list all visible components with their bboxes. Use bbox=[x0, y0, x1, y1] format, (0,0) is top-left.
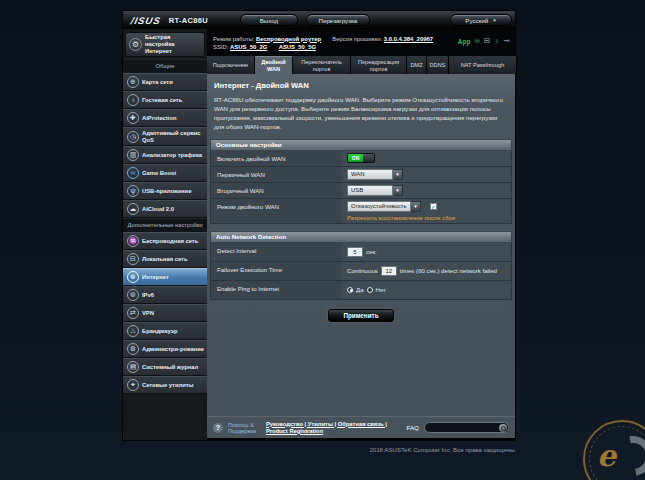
tab-ddns[interactable]: DDNS bbox=[427, 56, 449, 74]
ssid-label: SSID: bbox=[213, 44, 228, 50]
ssid-5g-link[interactable]: ASUS_50_5G bbox=[279, 44, 316, 50]
copyright-text: 2018 ASUSTeK Computer Inc. Все права защ… bbox=[122, 446, 516, 453]
firmware-version-link[interactable]: 3.0.0.4.384_20967 bbox=[384, 36, 433, 42]
primary-wan-row: Первичный WAN WAN ▼ bbox=[210, 167, 512, 183]
search-icon[interactable] bbox=[499, 424, 507, 432]
sidebar-item-wan[interactable]: ⊛ Интернет bbox=[123, 268, 207, 286]
sidebar-item-guest-network[interactable]: ♁ Гостевая сеть bbox=[123, 91, 207, 109]
sidebar-item-administration[interactable]: ⚙ Администри-рование bbox=[123, 340, 207, 358]
page-description: RT-AC86U обеспечивает поддержку двойного… bbox=[214, 95, 508, 132]
chart-icon: ▥ bbox=[127, 149, 139, 161]
main-content: Интернет - Двойной WAN RT-AC86U обеспечи… bbox=[207, 74, 515, 440]
dual-wan-mode-row: Режим двойного WAN Отказоустойчивость ▼ … bbox=[210, 199, 512, 224]
tab-port-forwarding[interactable]: Переадресация портов bbox=[351, 56, 407, 74]
tab-dmz[interactable]: DMZ bbox=[407, 56, 427, 74]
sidebar-item-aiprotection[interactable]: ✚ AiProtection bbox=[123, 109, 207, 127]
basic-settings-header: Основные настройки bbox=[210, 139, 512, 151]
failback-checkbox[interactable]: ✓ bbox=[430, 203, 437, 210]
status-bar: Режим работы: Беспроводной роутер Версия… bbox=[207, 29, 515, 56]
tools-icon: ✦ bbox=[127, 379, 139, 391]
sidebar-item-aicloud[interactable]: ☁ AiCloud 2.0 bbox=[123, 200, 207, 218]
watermark-e-letter: e bbox=[597, 438, 616, 473]
failover-time-row: Failover Execution Time Continuous times… bbox=[210, 262, 512, 281]
sidebar-item-network-tools[interactable]: ✦ Сетевые утилиты bbox=[123, 376, 207, 394]
ping-yes-radio[interactable] bbox=[347, 287, 353, 293]
dual-wan-toggle[interactable]: ON bbox=[347, 153, 375, 163]
shield-icon: ✚ bbox=[127, 112, 139, 124]
chevron-down-icon: ▼ bbox=[393, 169, 403, 180]
tab-nat-passthrough[interactable]: NAT Passthrough bbox=[449, 56, 517, 74]
basic-settings-table: Основные настройки Включить двойной WAN … bbox=[210, 139, 512, 224]
chevron-down-icon: ▼ bbox=[492, 18, 496, 23]
wifi-icon: ♒ bbox=[127, 235, 139, 247]
firmware-label: Версия прошивки: bbox=[332, 36, 382, 42]
operation-mode-label: Режим работы: bbox=[213, 36, 254, 42]
dual-wan-mode-select[interactable]: Отказоустойчивость ▼ bbox=[347, 201, 421, 212]
wan-tabs: Подключение Двойной WAN Переключатель по… bbox=[207, 56, 515, 74]
globe-icon: ⊛ bbox=[127, 271, 139, 283]
sidebar-section-general: Общие bbox=[123, 59, 207, 73]
secondary-wan-select[interactable]: USB ▼ bbox=[347, 185, 403, 196]
usb-icon: ψ bbox=[127, 185, 139, 197]
chevron-down-icon: ▼ bbox=[393, 185, 403, 196]
usb-device-icon[interactable]: ⊸ bbox=[504, 37, 510, 45]
faq-label: FAQ bbox=[406, 424, 418, 431]
sidebar-item-firewall[interactable]: ♨ Брандмауэр bbox=[123, 322, 207, 340]
detect-interval-row: Detect Interval сек. bbox=[210, 243, 512, 262]
sidebar-item-usb-application[interactable]: ψ USB-приложение bbox=[123, 182, 207, 200]
tab-port-trigger[interactable]: Переключатель портов bbox=[293, 56, 351, 74]
ssid-2g-link[interactable]: ASUS_50_2G bbox=[230, 44, 267, 50]
failover-times-input[interactable] bbox=[381, 266, 397, 276]
tab-dual-wan[interactable]: Двойной WAN bbox=[255, 56, 293, 74]
content-footer: ? Помощь & Поддержка Руководство | Утили… bbox=[207, 416, 515, 438]
logout-button[interactable]: Выход bbox=[240, 14, 298, 26]
faq-search-input[interactable] bbox=[424, 422, 509, 433]
sidebar-item-game-boost[interactable]: ∞ Game Boost bbox=[123, 164, 207, 182]
primary-wan-select[interactable]: WAN ▼ bbox=[347, 169, 403, 180]
router-admin-window: /ISUS RT-AC86U Выход Перезагрузка Русски… bbox=[122, 10, 516, 441]
auto-detection-table: Auto Network Detection Detect Interval с… bbox=[210, 231, 512, 300]
sidebar: ⚙ Быстрая настройка Интернет Общие ⊕ Кар… bbox=[123, 29, 207, 440]
app-link[interactable]: App bbox=[458, 38, 471, 45]
flame-icon: ♨ bbox=[127, 325, 139, 337]
ping-no-radio[interactable] bbox=[367, 287, 373, 293]
secondary-wan-row: Вторичный WAN USB ▼ bbox=[210, 183, 512, 199]
sidebar-item-network-map[interactable]: ⊕ Карта сети bbox=[123, 73, 207, 91]
ping-internet-row: Enable Ping to Internet Да Нет bbox=[210, 281, 512, 300]
cloud-icon: ☁ bbox=[127, 203, 139, 215]
sidebar-item-vpn[interactable]: ⇄ VPN bbox=[123, 304, 207, 322]
language-dropdown[interactable]: Русский ▼ bbox=[450, 14, 512, 26]
sidebar-item-lan[interactable]: ⊟ Локальная сеть bbox=[123, 250, 207, 268]
reboot-button[interactable]: Перезагрузка bbox=[306, 14, 370, 26]
network-status-icon[interactable]: ♁ bbox=[494, 37, 500, 45]
sidebar-item-system-log[interactable]: ▤ Системный журнал bbox=[123, 358, 207, 376]
help-support-label[interactable]: Помощь & Поддержка bbox=[228, 422, 261, 434]
lan-icon: ⊟ bbox=[127, 253, 139, 265]
log-icon: ▤ bbox=[127, 361, 139, 373]
chevron-down-icon: ▼ bbox=[411, 201, 421, 212]
sidebar-item-traffic-analyzer[interactable]: ▥ Анализатор трафика bbox=[123, 146, 207, 164]
apply-button[interactable]: Применить bbox=[328, 309, 394, 322]
page-title: Интернет - Двойной WAN bbox=[214, 81, 508, 90]
printer-icon[interactable]: ⊟ bbox=[484, 37, 490, 45]
sidebar-section-advanced: Дополнительные настройки bbox=[123, 218, 207, 232]
top-bar: /ISUS RT-AC86U Выход Перезагрузка Русски… bbox=[123, 11, 515, 29]
gauge-icon: ◷ bbox=[127, 131, 139, 143]
footer-links[interactable]: Руководство | Утилиты | Обратная связь |… bbox=[266, 421, 394, 435]
tab-connection[interactable]: Подключение bbox=[207, 56, 255, 74]
ipv6-icon: ⊚ bbox=[127, 289, 139, 301]
vpn-icon: ⇄ bbox=[127, 307, 139, 319]
enable-dual-wan-row: Включить двойной WAN ON bbox=[210, 151, 512, 167]
detect-interval-input[interactable] bbox=[347, 247, 363, 257]
help-icon[interactable]: ? bbox=[213, 423, 223, 433]
wrench-icon: ⚙ bbox=[129, 38, 142, 51]
sidebar-item-qos[interactable]: ◷ Адаптивный сервис QoS bbox=[123, 127, 207, 146]
asus-logo: /ISUS bbox=[130, 15, 162, 26]
quick-setup-button[interactable]: ⚙ Быстрая настройка Интернет bbox=[125, 32, 205, 57]
game-controller-icon[interactable]: ∞ bbox=[474, 37, 479, 45]
gamepad-icon: ∞ bbox=[127, 167, 139, 179]
sidebar-item-ipv6[interactable]: ⊚ IPv6 bbox=[123, 286, 207, 304]
operation-mode-link[interactable]: Беспроводной роутер bbox=[256, 36, 321, 42]
sidebar-item-wireless[interactable]: ♒ Беспроводная сеть bbox=[123, 232, 207, 250]
failback-label: Разрешить восстановление после сбоя bbox=[347, 215, 455, 221]
